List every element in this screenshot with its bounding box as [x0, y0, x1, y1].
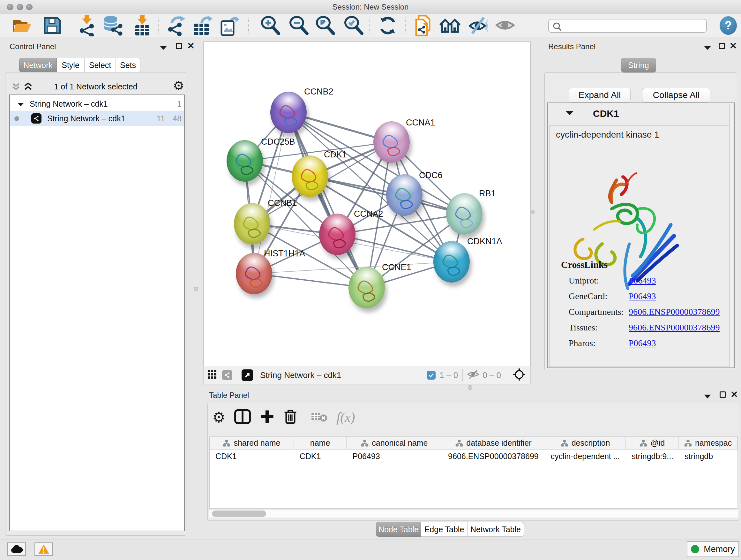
- network-canvas[interactable]: CCNB2CCNA1CDC25BCDK1CDC6RB1CCNB1CCNA2CDK…: [203, 42, 531, 366]
- column-header-canonical-name[interactable]: canonical name: [347, 437, 442, 449]
- network-options-gear-icon[interactable]: ⚙: [173, 78, 185, 93]
- network-node-cdk1[interactable]: [292, 155, 328, 197]
- zoom-in-icon[interactable]: [261, 16, 280, 36]
- export-network-icon[interactable]: [166, 15, 186, 36]
- refresh-view-icon[interactable]: [379, 16, 397, 36]
- delete-column-icon[interactable]: [283, 409, 297, 426]
- undock-panel-icon[interactable]: [720, 391, 726, 398]
- crosslinks-list: Uniprot:P06493GeneCard:P06493Compartment…: [569, 273, 722, 351]
- column-header-namespac[interactable]: namespac: [679, 437, 738, 449]
- tab-sets[interactable]: Sets: [116, 58, 140, 72]
- tab-node-table[interactable]: Node Table: [376, 522, 421, 537]
- tab-style[interactable]: Style: [57, 58, 84, 72]
- close-panel-icon[interactable]: ✕: [187, 43, 194, 49]
- help-icon[interactable]: ?: [720, 16, 737, 35]
- crosslink-link[interactable]: 9606.ENSP00000378699: [629, 322, 720, 333]
- column-header--id[interactable]: @id: [626, 437, 679, 449]
- crosslink-link[interactable]: P06493: [629, 291, 656, 301]
- column-header-database-identifier[interactable]: database identifier: [442, 437, 545, 449]
- export-table-icon[interactable]: [193, 15, 212, 36]
- close-panel-icon[interactable]: ✕: [731, 391, 738, 398]
- table-cell[interactable]: cyclin-dependent ...: [545, 449, 626, 463]
- node-label-hist1h1a: HIST1H1A: [264, 249, 305, 259]
- table-cell[interactable]: stringdb: [679, 449, 738, 463]
- collapse-all-button[interactable]: Collapse All: [642, 88, 711, 103]
- table-cell[interactable]: CDK1: [210, 449, 294, 463]
- tab-network[interactable]: Network: [19, 58, 57, 72]
- network-node-rb1[interactable]: [446, 193, 482, 235]
- right-splitter-handle[interactable]: [531, 210, 535, 213]
- warnings-button[interactable]: [35, 543, 53, 556]
- tab-edge-table[interactable]: Edge Table: [421, 522, 468, 537]
- network-row-selected[interactable]: String Network – cdk1 11 48: [10, 111, 184, 126]
- vertical-splitter-handle[interactable]: [194, 287, 198, 291]
- float-panel-icon[interactable]: [704, 394, 711, 400]
- network-node-cdkn1a[interactable]: [433, 241, 470, 283]
- network-node-ccna1[interactable]: [374, 121, 410, 163]
- float-panel-icon[interactable]: [704, 45, 711, 51]
- network-node-cdc6[interactable]: [386, 174, 422, 216]
- grid-view-icon[interactable]: [207, 370, 217, 381]
- table-tabs: Node Table Edge Table Network Table: [376, 522, 524, 537]
- column-header-shared-name[interactable]: shared name: [210, 437, 294, 449]
- memory-button[interactable]: Memory: [687, 541, 739, 557]
- tree-expand-caret-icon[interactable]: [17, 99, 24, 109]
- table-cell[interactable]: stringdb:9...: [626, 449, 679, 463]
- network-node-ccne1[interactable]: [348, 267, 385, 308]
- table-panel-box: ⚙ f(x) shared namenamecanonical namedata…: [207, 403, 739, 520]
- hscrollbar-thumb[interactable]: [212, 510, 266, 517]
- table-hscrollbar[interactable]: [209, 509, 738, 517]
- show-columns-icon[interactable]: [234, 409, 251, 425]
- save-session-icon[interactable]: [44, 17, 61, 35]
- column-header-name[interactable]: name: [294, 437, 347, 449]
- expand-all-button[interactable]: Expand All: [569, 88, 630, 103]
- undock-panel-icon[interactable]: [719, 43, 725, 49]
- network-node-cdc25b[interactable]: [226, 140, 263, 182]
- add-column-icon[interactable]: [260, 409, 274, 425]
- crosslink-link[interactable]: P06493: [629, 338, 656, 348]
- entry-collapse-caret-icon[interactable]: [565, 111, 574, 117]
- hide-selected-icon[interactable]: [468, 16, 488, 35]
- first-neighbors-icon[interactable]: [439, 17, 461, 35]
- table-options-gear-icon[interactable]: ⚙: [212, 409, 225, 426]
- selected-checkbox-icon[interactable]: [427, 371, 435, 380]
- close-panel-icon[interactable]: ✕: [730, 43, 737, 49]
- float-panel-icon[interactable]: [159, 45, 167, 51]
- table-cell[interactable]: CDK1: [294, 449, 347, 463]
- zoom-selected-icon[interactable]: [344, 16, 364, 36]
- import-network-from-file-icon[interactable]: [77, 15, 96, 37]
- network-node-hist1h1a[interactable]: [236, 253, 272, 294]
- table-row[interactable]: CDK1CDK1P064939606.ENSP00000378699cyclin…: [210, 449, 738, 463]
- open-session-icon[interactable]: [12, 17, 32, 35]
- network-node-ccna2[interactable]: [319, 213, 355, 255]
- zoom-out-icon[interactable]: [289, 16, 309, 36]
- table-cell[interactable]: P06493: [347, 449, 442, 463]
- duplicate-network-icon[interactable]: [414, 14, 432, 37]
- network-collection-row[interactable]: String Network – cdk1 1: [10, 97, 184, 111]
- search-input[interactable]: [565, 20, 702, 32]
- cloud-button[interactable]: [7, 543, 26, 556]
- birdseye-navigator-icon[interactable]: [513, 368, 526, 382]
- network-badge-icon[interactable]: [222, 370, 232, 380]
- results-scrollbar[interactable]: [729, 104, 733, 367]
- column-header-description[interactable]: description: [545, 437, 626, 449]
- search-icon: [553, 22, 562, 32]
- tab-network-table[interactable]: Network Table: [468, 522, 524, 537]
- crosslink-link[interactable]: 9606.ENSP00000378699: [629, 307, 720, 317]
- open-in-window-icon[interactable]: [242, 369, 253, 381]
- show-all-icon[interactable]: [495, 17, 515, 34]
- export-image-icon[interactable]: [219, 15, 239, 36]
- import-network-from-database-icon[interactable]: [103, 15, 123, 36]
- network-node-ccnb2[interactable]: [270, 91, 307, 133]
- table-cell[interactable]: 9606.ENSP00000378699: [442, 449, 545, 463]
- hidden-eye-icon[interactable]: [467, 369, 479, 381]
- import-table-from-file-icon[interactable]: [133, 15, 151, 36]
- tab-select[interactable]: Select: [84, 58, 116, 72]
- crosslink-link[interactable]: P06493: [629, 275, 656, 286]
- network-node-ccnb1[interactable]: [234, 203, 270, 245]
- zoom-fit-icon[interactable]: [316, 16, 335, 36]
- window-title: Session: New Session: [0, 0, 741, 14]
- cdk1-entry-header[interactable]: CDK1: [548, 103, 734, 124]
- tab-string[interactable]: String: [621, 58, 656, 72]
- undock-panel-icon[interactable]: [176, 43, 182, 49]
